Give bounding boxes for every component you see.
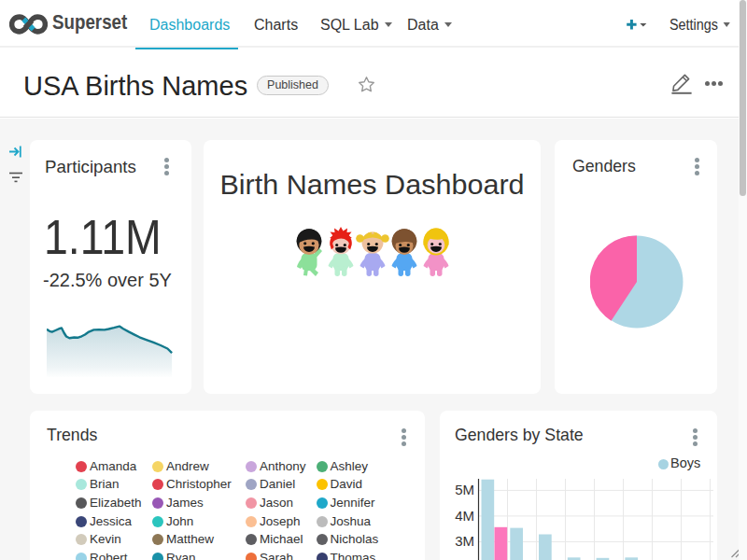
svg-text:3M: 3M xyxy=(455,533,474,549)
svg-text:4M: 4M xyxy=(455,508,474,524)
svg-text:5M: 5M xyxy=(455,482,474,497)
